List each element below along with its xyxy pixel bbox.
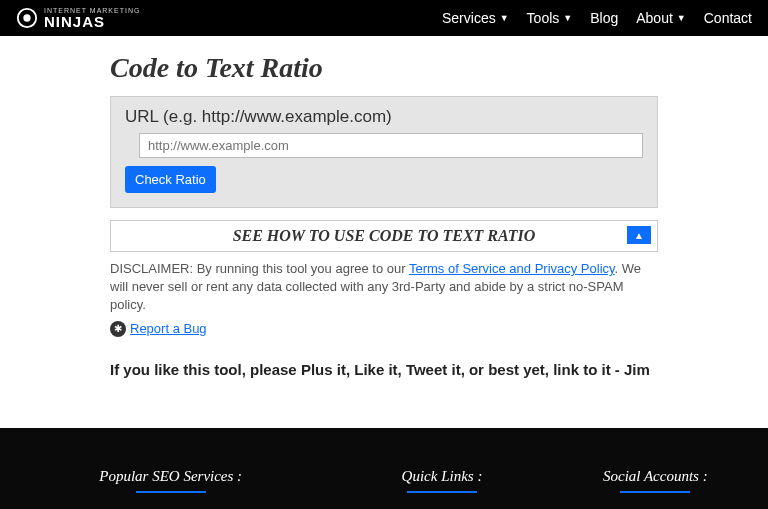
report-bug-link[interactable]: Report a Bug bbox=[130, 321, 207, 336]
nav-contact[interactable]: Contact bbox=[704, 10, 752, 26]
url-input[interactable] bbox=[139, 133, 643, 158]
footer-heading-seo: Popular SEO Services : bbox=[16, 468, 325, 485]
terms-link[interactable]: Terms of Service and Privacy Policy bbox=[409, 261, 615, 276]
disclaimer-text: DISCLAIMER: By running this tool you agr… bbox=[110, 260, 658, 315]
footer-heading-quick: Quick Links : bbox=[345, 468, 538, 485]
collapse-toggle[interactable]: ▲ bbox=[627, 226, 651, 244]
nav-blog[interactable]: Blog bbox=[590, 10, 618, 26]
brand-logo[interactable]: INTERNET MARKETING NINJAS bbox=[16, 7, 140, 29]
howto-bar[interactable]: SEE HOW TO USE CODE TO TEXT RATIO ▲ bbox=[110, 220, 658, 252]
footer-heading-social: Social Accounts : bbox=[559, 468, 752, 485]
nav-tools[interactable]: Tools▼ bbox=[527, 10, 573, 26]
howto-text: SEE HOW TO USE CODE TO TEXT RATIO bbox=[233, 227, 536, 245]
brand-name: NINJAS bbox=[44, 14, 140, 29]
nav-services[interactable]: Services▼ bbox=[442, 10, 509, 26]
chevron-down-icon: ▼ bbox=[500, 13, 509, 23]
svg-point-1 bbox=[23, 14, 30, 21]
bug-icon: ✱ bbox=[110, 321, 126, 337]
ninja-icon bbox=[16, 7, 38, 29]
url-label: URL (e.g. http://www.example.com) bbox=[125, 107, 643, 127]
page-title: Code to Text Ratio bbox=[110, 52, 658, 84]
share-cta: If you like this tool, please Plus it, L… bbox=[110, 361, 658, 378]
check-ratio-button[interactable]: Check Ratio bbox=[125, 166, 216, 193]
nav-about[interactable]: About▼ bbox=[636, 10, 686, 26]
tool-form: URL (e.g. http://www.example.com) Check … bbox=[110, 96, 658, 208]
chevron-up-icon: ▲ bbox=[634, 230, 644, 241]
chevron-down-icon: ▼ bbox=[677, 13, 686, 23]
chevron-down-icon: ▼ bbox=[563, 13, 572, 23]
